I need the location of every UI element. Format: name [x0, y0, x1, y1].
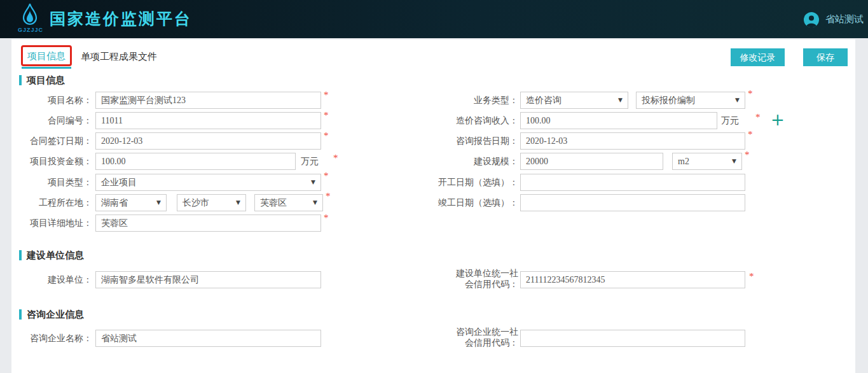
- required-asterisk: *: [326, 191, 331, 202]
- app-header: GJZJJC 国家造价监测平台 省站测试: [0, 0, 868, 38]
- address-label: 项目详细地址：: [0, 215, 92, 232]
- required-asterisk: *: [755, 112, 761, 123]
- project-type-selected: 企业项目: [101, 178, 137, 187]
- consulting-company-name-label: 咨询企业名称：: [0, 330, 92, 348]
- project-type-label: 项目类型：: [0, 174, 92, 192]
- project-name-input[interactable]: [95, 92, 321, 109]
- location-district-selected: 芙蓉区: [260, 198, 287, 208]
- section-accent-bar: [19, 75, 22, 85]
- required-asterisk: *: [324, 130, 329, 141]
- chevron-down-icon: ▼: [313, 195, 317, 211]
- section-accent-bar: [19, 250, 22, 260]
- required-asterisk: *: [324, 171, 329, 181]
- tab-single-project-result-files[interactable]: 单项工程成果文件: [81, 51, 157, 63]
- chevron-down-icon: ▼: [311, 174, 315, 190]
- construction-unit-input[interactable]: [95, 271, 321, 288]
- logo-abbreviation: GJZJJC: [16, 27, 45, 33]
- project-name-label: 项目名称：: [0, 92, 92, 109]
- address-input[interactable]: [95, 215, 321, 232]
- chevron-down-icon: ▼: [735, 92, 740, 108]
- business-type-select-2[interactable]: 投标报价编制 ▼: [636, 92, 745, 109]
- contract-no-label: 合同编号：: [0, 112, 92, 130]
- user-avatar-icon[interactable]: [804, 12, 819, 27]
- required-asterisk: *: [749, 271, 754, 282]
- report-date-label: 咨询报告日期：: [382, 132, 518, 150]
- start-date-input[interactable]: [520, 174, 745, 191]
- page: GJZJJC 国家造价监测平台 省站测试 项目信息 单项工程成果文件 修改记录 …: [0, 0, 868, 373]
- project-type-select[interactable]: 企业项目 ▼: [95, 174, 321, 191]
- consulting-credit-code-input[interactable]: [520, 330, 745, 347]
- consulting-credit-code-label: 咨询企业统一社会信用代码：: [448, 327, 518, 348]
- chevron-down-icon: ▼: [732, 153, 736, 169]
- chevron-down-icon: ▼: [618, 92, 623, 108]
- construction-credit-code-input[interactable]: [520, 271, 745, 288]
- business-type-select-1[interactable]: 造价咨询 ▼: [520, 92, 628, 109]
- save-button[interactable]: 保存: [803, 48, 848, 66]
- investment-label: 项目投资金额：: [0, 153, 92, 171]
- business-type-label: 业务类型：: [382, 92, 518, 109]
- scale-input[interactable]: [520, 153, 663, 170]
- consulting-company-name-input[interactable]: [95, 330, 321, 347]
- scale-label: 建设规模：: [382, 153, 518, 171]
- user-name[interactable]: 省站测试: [825, 13, 864, 25]
- location-province-selected: 湖南省: [101, 198, 128, 208]
- consulting-income-unit: 万元: [721, 112, 739, 130]
- required-asterisk: *: [748, 88, 753, 99]
- section-title: 咨询企业信息: [27, 309, 84, 321]
- consulting-income-label: 造价咨询收入：: [382, 112, 518, 130]
- business-type-selected-2: 投标报价编制: [642, 95, 695, 105]
- section-title: 建设单位信息: [27, 250, 84, 262]
- location-label: 工程所在地：: [0, 194, 92, 212]
- contract-sign-date-label: 合同签订日期：: [0, 132, 92, 150]
- add-income-plus-icon[interactable]: +: [771, 111, 785, 129]
- required-asterisk: *: [324, 110, 329, 121]
- chevron-down-icon: ▼: [236, 195, 240, 211]
- construction-credit-code-label: 建设单位统一社会信用代码：: [448, 268, 518, 290]
- location-city-selected: 长沙市: [183, 198, 209, 208]
- flame-logo-icon: [20, 3, 39, 26]
- location-district-select[interactable]: 芙蓉区 ▼: [254, 194, 323, 211]
- location-city-select[interactable]: 长沙市 ▼: [177, 194, 246, 211]
- investment-unit: 万元: [301, 153, 319, 171]
- start-date-label: 开工日期（选填）：: [382, 174, 518, 192]
- required-asterisk: *: [333, 153, 338, 164]
- active-tab-underline: [22, 67, 71, 69]
- scale-unit-selected: m2: [678, 157, 689, 166]
- tab-project-info[interactable]: 项目信息: [21, 45, 72, 66]
- location-province-select[interactable]: 湖南省 ▼: [95, 194, 167, 211]
- contract-sign-date-input[interactable]: [95, 132, 321, 150]
- construction-unit-label: 建设单位：: [0, 271, 92, 289]
- report-date-input[interactable]: [520, 132, 745, 150]
- business-type-selected-1: 造价咨询: [526, 95, 561, 105]
- required-asterisk: *: [324, 213, 329, 223]
- end-date-label: 竣工日期（选填）：: [382, 194, 518, 212]
- section-accent-bar: [19, 309, 22, 320]
- chevron-down-icon: ▼: [156, 195, 161, 211]
- consulting-income-input[interactable]: [520, 112, 717, 129]
- end-date-input[interactable]: [520, 194, 745, 211]
- modify-record-button[interactable]: 修改记录: [731, 48, 785, 66]
- required-asterisk: *: [324, 90, 329, 101]
- required-asterisk: *: [745, 150, 750, 160]
- required-asterisk: *: [748, 129, 753, 140]
- investment-input[interactable]: [95, 153, 296, 170]
- scale-unit-select[interactable]: m2 ▼: [672, 153, 742, 170]
- contract-no-input[interactable]: [95, 112, 321, 129]
- section-title: 项目信息: [27, 74, 65, 87]
- page-title: 国家造价监测平台: [50, 8, 192, 29]
